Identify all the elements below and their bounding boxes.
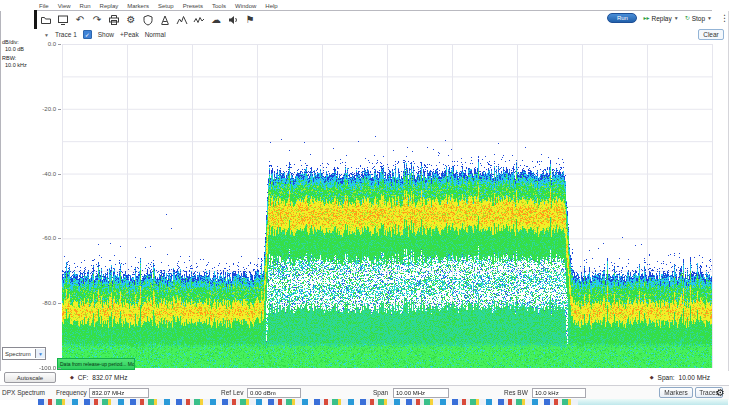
acquisition-controls: Run ▸▸ Replay ▼ ↻ Stop ▼ ⋮: [607, 13, 729, 23]
menu-item-window[interactable]: Window: [235, 3, 256, 9]
open-button[interactable]: [38, 13, 54, 28]
menu-item-presets[interactable]: Presets: [183, 3, 203, 9]
diamond-marker-icon: ◆: [70, 375, 74, 380]
antenna-setup-button[interactable]: [157, 13, 173, 28]
detection-selector[interactable]: +Peak: [120, 31, 139, 38]
trace-function-selector[interactable]: Normal: [145, 31, 166, 38]
waveform-icon: [193, 14, 205, 26]
clear-button[interactable]: Clear: [698, 29, 724, 40]
y-axis-tick: [58, 238, 61, 239]
frequency-field[interactable]: [89, 388, 149, 398]
show-trace-checkbox[interactable]: ✓: [83, 30, 92, 39]
peak-marker-icon: [176, 14, 188, 26]
measurement-name: DPX Spectrum: [2, 389, 45, 396]
acquisition-hint-overlay[interactable]: Data from release-up period... More: [57, 358, 135, 370]
window-left-border: [0, 11, 1, 399]
shield-icon: [142, 14, 154, 26]
printer-icon: [108, 14, 120, 26]
ref-lev-field[interactable]: [247, 388, 301, 398]
undo-button[interactable]: ↶: [72, 13, 88, 28]
cf-label: CF:: [78, 374, 88, 381]
menu-bar: FileViewRunReplayMarkersSetupPresetsTool…: [39, 1, 278, 10]
span-label: Span:: [658, 374, 675, 381]
db-per-div-value: 10.0 dB: [2, 46, 24, 53]
main-toolbar: ↶ ↷ ⚙ ☁ ⚑: [38, 12, 258, 28]
flag-marker-button[interactable]: ⚑: [242, 13, 258, 28]
antenna-icon: [159, 14, 171, 26]
trace-collapse-icon[interactable]: ▼: [44, 32, 49, 38]
window-right-border: [728, 11, 729, 399]
settings-button[interactable]: ⚙: [123, 13, 139, 28]
stop-button[interactable]: ↻ Stop ▼: [685, 15, 712, 22]
y-axis-tick-label: -40.0: [26, 171, 56, 177]
audio-demod-button[interactable]: [225, 13, 241, 28]
dpx-bitmap-canvas[interactable]: [62, 44, 712, 368]
stop-refresh-icon: ↻: [685, 15, 690, 21]
menu-item-help[interactable]: Help: [265, 3, 277, 9]
settings-bar: DPX Spectrum Frequency Ref Lev Span Res …: [0, 385, 729, 400]
trace-math-button[interactable]: [191, 13, 207, 28]
stop-label: Stop: [692, 15, 705, 22]
save-display-button[interactable]: [55, 13, 71, 28]
replay-label: Replay: [651, 15, 671, 22]
settings-gear-button[interactable]: ⚙: [714, 386, 727, 399]
flag-icon: ⚑: [246, 15, 255, 25]
res-bw-field[interactable]: [532, 388, 586, 398]
markers-button[interactable]: Markers: [659, 387, 693, 398]
taskbar-strip-end: [578, 399, 728, 405]
y-axis-tick: [58, 368, 61, 369]
db-per-div-label: dB/div:: [2, 39, 24, 46]
menu-item-run[interactable]: Run: [80, 3, 91, 9]
autoscale-button[interactable]: Autoscale: [4, 372, 56, 383]
undo-icon: ↶: [76, 15, 84, 25]
preset-button[interactable]: [140, 13, 156, 28]
cloud-icon: ☁: [211, 15, 221, 25]
trace-bar: ▼ Trace 1 ✓ Show +Peak Normal: [44, 29, 166, 40]
y-axis-tick-label: -80.0: [26, 300, 56, 306]
span-field[interactable]: [393, 388, 449, 398]
ref-lev-label: Ref Lev: [221, 389, 243, 396]
menu-item-file[interactable]: File: [39, 3, 49, 9]
menu-item-view[interactable]: View: [58, 3, 71, 9]
span-readout: ◆ Span: 10.00 MHz: [650, 374, 710, 381]
window-edge-mark: [34, 10, 37, 29]
chevron-down-icon: ▼: [674, 16, 679, 21]
res-bw-label: Res BW: [504, 389, 528, 396]
y-axis-tick-label: -60.0: [26, 235, 56, 241]
menu-item-setup[interactable]: Setup: [158, 3, 174, 9]
menu-item-tools[interactable]: Tools: [212, 3, 226, 9]
span-field-label: Span: [373, 389, 388, 396]
cf-readout: ◆ CF: 832.07 MHz: [70, 374, 127, 381]
diamond-marker-icon: ◆: [650, 375, 654, 380]
menu-item-replay[interactable]: Replay: [100, 3, 119, 9]
redo-icon: ↷: [93, 15, 101, 25]
y-axis-tick-label: -100.0: [26, 365, 56, 371]
folder-open-icon: [40, 14, 52, 26]
signalvu-window: FileViewRunReplayMarkersSetupPresetsTool…: [0, 0, 732, 408]
y-axis-tick: [58, 109, 61, 110]
peak-search-button[interactable]: [174, 13, 190, 28]
rbw-value: 10.0 kHz: [2, 62, 27, 69]
cf-value: 832.07 MHz: [92, 374, 127, 381]
y-axis-tick-label: 0.0: [26, 41, 56, 47]
trace-selector[interactable]: Trace 1: [55, 31, 77, 38]
redo-button[interactable]: ↷: [89, 13, 105, 28]
print-button[interactable]: [106, 13, 122, 28]
y-axis-tick: [58, 303, 61, 304]
y-axis-tick-label: -20.0: [26, 106, 56, 112]
more-options-icon[interactable]: ⋮: [720, 14, 729, 23]
rbw-readout: RBW: 10.0 kHz: [2, 55, 27, 69]
save-acquisition-button[interactable]: ☁: [208, 13, 224, 28]
gear-icon: ⚙: [716, 388, 725, 398]
run-button[interactable]: Run: [607, 13, 637, 23]
chevron-down-icon: ▼: [35, 349, 45, 358]
spectrum-view-select[interactable]: Spectrum ▼: [2, 347, 46, 360]
span-value: 10.00 MHz: [679, 374, 710, 381]
gear-icon: ⚙: [127, 15, 136, 25]
y-axis-tick: [58, 44, 61, 45]
menu-separator: [34, 10, 712, 11]
replay-arrows-icon: ▸▸: [643, 15, 649, 21]
menu-item-markers[interactable]: Markers: [127, 3, 149, 9]
replay-button[interactable]: ▸▸ Replay ▼: [643, 15, 678, 22]
speaker-icon: [227, 14, 239, 26]
